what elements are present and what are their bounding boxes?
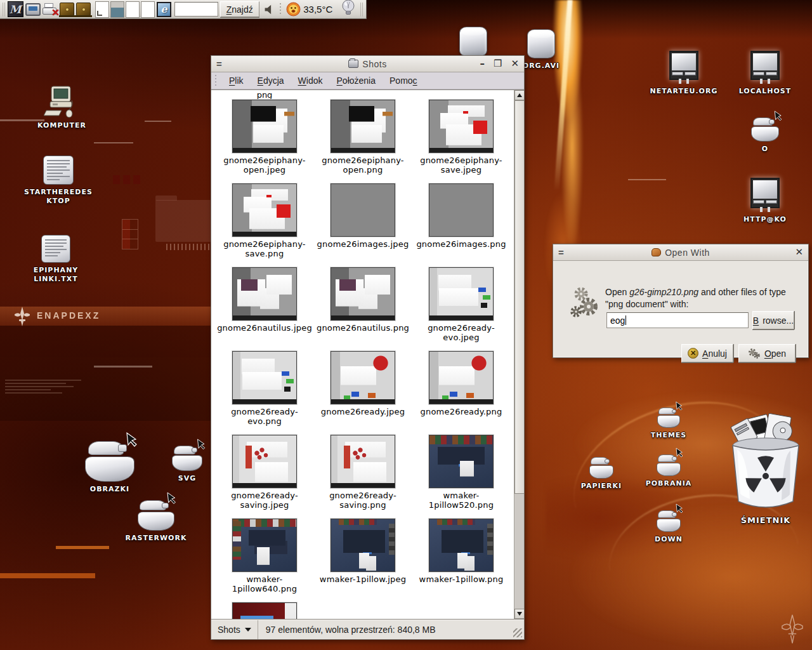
file-name: wmaker-1pillow520.png — [414, 491, 509, 510]
desktop-icon-themes[interactable]: THEMES — [642, 408, 695, 440]
close-button[interactable]: ✕ — [511, 59, 519, 69]
menu-pomoc[interactable]: Pomoc — [383, 73, 424, 88]
input-value: eog — [610, 315, 625, 326]
flat-monitor-icon — [750, 51, 780, 80]
workspace-2-active[interactable] — [110, 1, 124, 18]
scroll-up-button[interactable] — [514, 90, 524, 100]
panel-edge-handle[interactable] — [360, 3, 363, 17]
dialog-titlebar[interactable]: = Open With ✕ — [553, 244, 808, 261]
resize-grip[interactable] — [510, 620, 524, 639]
file-item[interactable]: gnome26ready.jpeg — [315, 351, 410, 435]
desktop-icon-label: OBRAZKI — [90, 485, 129, 494]
drawer-2[interactable] — [76, 1, 91, 18]
workspace-3[interactable] — [126, 1, 140, 18]
menu-położenia[interactable]: Położenia — [330, 73, 383, 88]
desktop-icon-o[interactable]: O — [749, 117, 782, 154]
file-item[interactable]: gnome26epiphany-save.png — [217, 183, 312, 267]
browse-button[interactable]: Browse... — [752, 311, 794, 329]
grab-handle[interactable] — [279, 3, 282, 16]
open-label: Open — [764, 348, 786, 359]
trash-full-icon — [722, 413, 809, 513]
desktop-icon-localhost[interactable]: LOCALHOST — [730, 51, 801, 96]
folder-icon — [348, 60, 358, 68]
scroll-down-button[interactable] — [514, 609, 524, 619]
file-name: wmaker-1pillow.jpeg — [315, 574, 410, 584]
file-item[interactable]: gnome26ready-evo.png — [217, 351, 312, 435]
file-item[interactable]: gnome26nautilus.jpeg — [217, 267, 312, 351]
application-icon — [652, 248, 661, 256]
shots-titlebar[interactable]: = Shots – ❒ ✕ — [211, 56, 524, 72]
launcher-menu[interactable]: M — [8, 1, 23, 18]
workspace-1[interactable] — [95, 1, 109, 18]
desktop-icon-starthere[interactable]: STARTHEREDES KTOP — [18, 156, 99, 206]
desktop-icon-papierki[interactable]: PAPIERKI — [573, 457, 630, 491]
temperature-applet[interactable]: 33,5°C — [286, 2, 332, 17]
window-menu-icon[interactable]: = — [216, 58, 229, 69]
shots-menubar: PlikEdycjaWidokPołożeniaPomoc — [211, 72, 524, 90]
menu-edycja[interactable]: Edycja — [251, 73, 291, 88]
folder-cursor-icon — [751, 117, 779, 142]
desktop-icon-rasterwork[interactable]: RASTERWORK — [114, 500, 198, 543]
scrollbar-thumb[interactable] — [514, 100, 524, 494]
desktop-icon-komputer[interactable]: KOMPUTER — [29, 85, 95, 130]
file-item[interactable]: gnome26ready.png — [414, 351, 509, 435]
launcher-terminal[interactable] — [25, 1, 41, 18]
drawer-1[interactable] — [60, 1, 74, 18]
desktop-icon-org-avi[interactable]: ORG.AVI — [519, 29, 563, 70]
lightbulb-applet[interactable] — [341, 0, 356, 19]
file-name: gnome26ready-saving.jpeg — [217, 491, 312, 510]
close-button[interactable]: ✕ — [795, 248, 803, 257]
desktop-icon-label: O — [762, 145, 768, 154]
file-item[interactable]: gnome26ready-saving.jpeg — [217, 435, 312, 519]
find-button[interactable]: Znajdź — [220, 1, 259, 17]
file-item[interactable] — [217, 602, 312, 620]
launcher-epiphany[interactable]: e — [157, 1, 171, 18]
vertical-scrollbar[interactable] — [514, 90, 524, 619]
file-item[interactable]: wmaker-1pillow520.png — [414, 435, 509, 519]
location-button[interactable]: Shots — [211, 620, 258, 639]
file-item[interactable]: gnome26epiphany-open.jpeg — [217, 100, 312, 183]
cancel-button[interactable]: ✕ Anuluj — [681, 344, 733, 362]
window-menu-icon[interactable]: = — [558, 247, 571, 258]
file-item[interactable]: gnome26epiphany-open.png — [315, 100, 410, 183]
menubar-grip[interactable] — [214, 75, 218, 87]
desktop-icon-label: POBRANIA — [646, 479, 692, 488]
minimize-button[interactable]: – — [480, 59, 485, 69]
file-item[interactable]: gnome26ready-evo.jpeg — [414, 267, 509, 351]
folder-cursor-icon — [85, 441, 134, 482]
file-item[interactable]: gnome26images.jpeg — [315, 183, 410, 267]
desktop-icon-httpko[interactable]: HTTP@KO — [730, 178, 801, 224]
file-item[interactable]: wmaker-1pillow.png — [414, 519, 509, 602]
menu-widok[interactable]: Widok — [291, 73, 330, 88]
file-item[interactable]: wmaker-1pillow640.png — [217, 519, 312, 602]
command-entry[interactable] — [174, 2, 218, 17]
file-thumbnail — [429, 100, 494, 153]
file-item[interactable]: gnome26images.png — [414, 183, 509, 267]
application-input[interactable]: eog — [606, 312, 749, 328]
file-item[interactable]: wmaker-1pillow.jpeg — [315, 519, 410, 602]
panel-edge-handle[interactable] — [3, 3, 6, 17]
drawer-icon — [60, 3, 74, 16]
file-name: gnome26epiphany-save.jpeg — [414, 156, 509, 175]
desktop-icon-down[interactable]: DOWN — [642, 510, 695, 544]
speaker-icon[interactable] — [264, 3, 275, 16]
desktop-icon-pobrania[interactable]: POBRANIA — [641, 454, 697, 488]
desktop-icon-svg[interactable]: SVG — [159, 446, 216, 483]
maximize-button[interactable]: ❒ — [494, 59, 502, 69]
desktop-icon-netarteu[interactable]: NETARTEU.ORG — [648, 51, 719, 96]
flat-monitor-icon — [669, 51, 698, 80]
desktop-icon-smietnik[interactable]: ŚMIETNIK — [718, 413, 812, 525]
cancel-label: Anuluj — [702, 348, 727, 359]
file-item[interactable]: gnome26epiphany-save.jpeg — [414, 100, 509, 183]
workspace-4[interactable] — [141, 1, 155, 18]
desktop-icon-epiphany-linki[interactable]: EPIPHANY LINKI.TXT — [18, 235, 94, 284]
menu-plik[interactable]: Plik — [222, 73, 251, 88]
file-item[interactable]: gnome26nautilus.png — [315, 267, 410, 351]
cursor-icon — [195, 438, 206, 452]
file-view[interactable]: png gnome26epiphany-open.jpeg gnome26epi… — [211, 90, 524, 620]
file-item[interactable]: gnome26ready-saving.png — [315, 435, 410, 519]
desktop-icon-file[interactable] — [458, 27, 488, 56]
open-button[interactable]: Open — [738, 344, 796, 362]
desktop-icon-obrazki[interactable]: OBRAZKI — [75, 441, 145, 494]
launcher-printer[interactable]: ✕ — [43, 1, 58, 18]
